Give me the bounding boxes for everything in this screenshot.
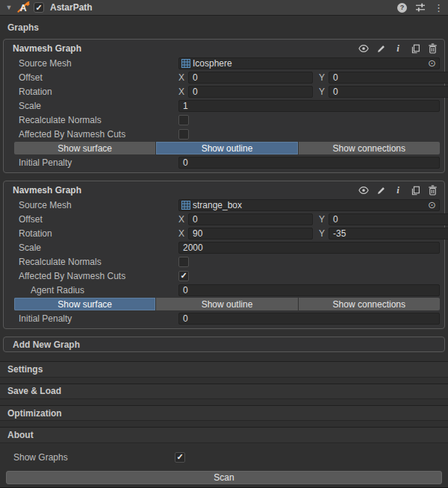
component-header: ▼ A ✓ AstarPath ? ⋮ — [0, 0, 448, 16]
graph-header[interactable]: Navmesh Graph i — [4, 41, 444, 56]
source-mesh-value: strange_box — [190, 200, 427, 210]
component-title: AstarPath — [50, 2, 93, 13]
show-outline-button[interactable]: Show outline — [156, 298, 298, 310]
agent-radius-input[interactable] — [178, 284, 440, 296]
astar-logo-icon: A — [17, 1, 30, 13]
context-menu-icon[interactable]: ⋮ — [434, 3, 444, 13]
offset-y-input[interactable] — [329, 72, 448, 84]
initial-penalty-row: Initial Penalty — [4, 311, 444, 325]
section-header-optimization[interactable]: Optimization — [0, 405, 448, 421]
show-outline-button[interactable]: Show outline — [156, 142, 298, 154]
delete-trash-icon[interactable] — [427, 43, 438, 54]
offset-label: Offset — [19, 214, 178, 225]
recalculate-normals-label: Recalculate Normals — [19, 257, 178, 267]
axis-x-label: X — [178, 72, 184, 83]
initial-penalty-row: Initial Penalty — [4, 155, 444, 169]
affected-by-navmesh-cuts-checkbox[interactable] — [178, 129, 189, 140]
recalculate-normals-checkbox[interactable] — [178, 257, 189, 267]
delete-trash-icon[interactable] — [427, 185, 438, 195]
show-graphs-checkbox[interactable]: ✓ — [175, 452, 185, 463]
show-connections-button[interactable]: Show connections — [299, 298, 440, 310]
axis-y-label: Y — [319, 214, 325, 225]
rotation-y-input[interactable] — [329, 228, 448, 240]
axis-y-label: Y — [319, 87, 325, 97]
affected-by-navmesh-cuts-label: Affected By Navmesh Cuts — [19, 129, 178, 140]
presets-icon[interactable] — [415, 2, 426, 13]
initial-penalty-input[interactable] — [178, 157, 440, 169]
graph-header[interactable]: Navmesh Graph i — [4, 183, 444, 198]
help-icon[interactable]: ? — [397, 3, 407, 13]
offset-x-input[interactable] — [188, 213, 313, 225]
section-header-about[interactable]: About — [0, 427, 448, 442]
scan-button[interactable]: Scan — [6, 471, 442, 484]
agent-radius-row: Agent Radius — [4, 283, 444, 297]
edit-pencil-icon[interactable] — [376, 43, 386, 54]
source-mesh-row: Source Mesh strange_box ⊙ — [4, 198, 444, 212]
source-mesh-label: Source Mesh — [19, 58, 178, 69]
affected-by-navmesh-cuts-label: Affected By Navmesh Cuts — [19, 271, 178, 281]
recalculate-normals-label: Recalculate Normals — [19, 115, 178, 125]
offset-x-input[interactable] — [188, 72, 313, 84]
agent-radius-label: Agent Radius — [19, 285, 178, 295]
offset-label: Offset — [19, 72, 178, 83]
axis-y-label: Y — [319, 228, 325, 239]
visibility-eye-icon[interactable] — [358, 185, 369, 195]
affected-by-navmesh-cuts-row: Affected By Navmesh Cuts — [4, 127, 444, 141]
axis-x-label: X — [178, 87, 184, 97]
navmesh-graph-panel-2: Navmesh Graph i — [3, 181, 445, 329]
rotation-row: Rotation X Y Z — [4, 84, 444, 98]
foldout-arrow-icon[interactable]: ▼ — [4, 4, 13, 11]
unity-inspector-panel: ▼ A ✓ AstarPath ? ⋮ Graphs Navme — [0, 0, 448, 488]
section-header-settings[interactable]: Settings — [0, 361, 448, 377]
info-icon[interactable]: i — [393, 185, 403, 195]
scale-input[interactable] — [178, 100, 440, 112]
rotation-x-input[interactable] — [188, 86, 313, 98]
offset-row: Offset X Y Z — [4, 70, 444, 84]
svg-text:A: A — [20, 3, 27, 13]
initial-penalty-label: Initial Penalty — [19, 157, 178, 168]
debug-toggle-bar: Show surface Show outline Show connectio… — [14, 142, 440, 154]
source-mesh-object-field[interactable]: strange_box ⊙ — [178, 199, 440, 211]
recalculate-normals-checkbox[interactable] — [178, 115, 189, 125]
graph-actions: i — [358, 185, 438, 195]
checkmark-icon: ✓ — [180, 272, 187, 280]
affected-by-navmesh-cuts-checkbox[interactable]: ✓ — [178, 271, 189, 281]
navmesh-graph-panel-1: Navmesh Graph i — [3, 39, 445, 173]
object-picker-icon[interactable]: ⊙ — [427, 58, 437, 68]
offset-y-input[interactable] — [329, 213, 448, 225]
info-icon[interactable]: i — [393, 43, 403, 54]
rotation-y-input[interactable] — [329, 86, 448, 98]
source-mesh-object-field[interactable]: Icosphere ⊙ — [178, 57, 440, 69]
graphs-section-label: Graphs — [0, 16, 448, 39]
debug-toggle-bar: Show surface Show outline Show connectio… — [14, 298, 440, 310]
axis-y-label: Y — [319, 72, 325, 83]
mesh-icon — [181, 59, 190, 68]
source-mesh-value: Icosphere — [190, 58, 427, 69]
scale-input[interactable] — [178, 242, 440, 254]
edit-pencil-icon[interactable] — [376, 185, 386, 195]
initial-penalty-label: Initial Penalty — [19, 313, 178, 324]
offset-vector3: X Y Z — [178, 72, 448, 84]
show-connections-button[interactable]: Show connections — [299, 142, 440, 154]
duplicate-icon[interactable] — [410, 43, 420, 54]
recalculate-normals-row: Recalculate Normals — [4, 113, 444, 127]
checkmark-icon: ✓ — [176, 453, 183, 461]
show-surface-button[interactable]: Show surface — [14, 298, 156, 310]
object-picker-icon[interactable]: ⊙ — [427, 200, 437, 210]
graph-title: Navmesh Graph — [13, 43, 81, 54]
visibility-eye-icon[interactable] — [358, 43, 369, 54]
recalculate-normals-row: Recalculate Normals — [4, 254, 444, 269]
rotation-row: Rotation X Y Z — [4, 226, 444, 240]
checkmark-icon: ✓ — [35, 4, 42, 12]
add-new-graph-button[interactable]: Add New Graph — [3, 337, 445, 352]
source-mesh-label: Source Mesh — [19, 200, 178, 210]
initial-penalty-input[interactable] — [178, 313, 440, 325]
scale-row: Scale — [4, 240, 444, 254]
duplicate-icon[interactable] — [410, 185, 420, 195]
rotation-x-input[interactable] — [188, 228, 313, 240]
show-graphs-row: Show Graphs ✓ — [0, 451, 448, 464]
section-header-save-load[interactable]: Save & Load — [0, 384, 448, 399]
component-enabled-checkbox[interactable]: ✓ — [34, 2, 44, 13]
source-mesh-row: Source Mesh Icosphere ⊙ — [4, 56, 444, 70]
show-surface-button[interactable]: Show surface — [14, 142, 156, 154]
